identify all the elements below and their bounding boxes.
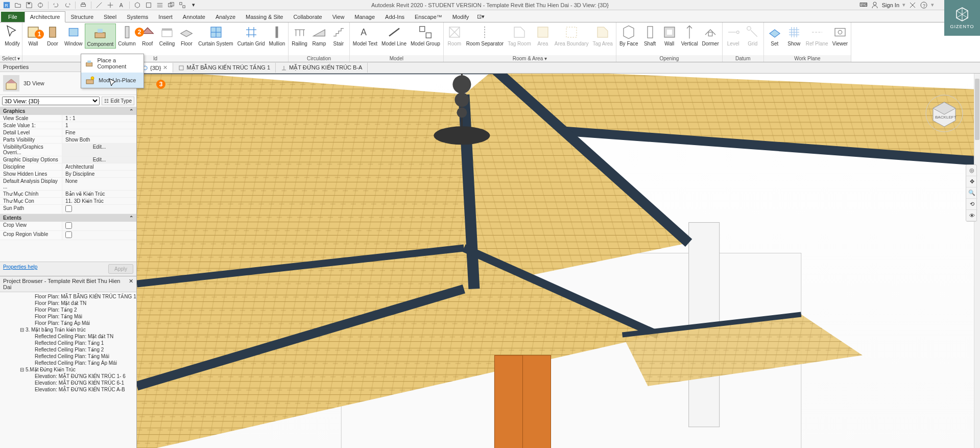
- tree-expand-icon[interactable]: ⊟: [19, 367, 25, 372]
- signin-link[interactable]: Sign In: [882, 2, 899, 8]
- properties-help-link[interactable]: Properties help: [3, 264, 37, 274]
- property-value[interactable]: Show Both: [62, 136, 136, 143]
- vertical-scrollbar[interactable]: [974, 74, 980, 448]
- tab-annotate[interactable]: Annotate: [178, 12, 210, 22]
- model-line-button[interactable]: Model Line: [379, 23, 409, 48]
- railing-button[interactable]: Railing: [290, 23, 309, 48]
- tab-architecture[interactable]: Architecture: [25, 11, 66, 22]
- open-icon[interactable]: [13, 1, 22, 10]
- property-row[interactable]: Show Hidden LinesBy Discipline: [0, 171, 136, 178]
- tree-item[interactable]: Reflected Ceiling Plan: Tầng 1: [0, 340, 136, 346]
- door-button[interactable]: Door: [43, 23, 62, 48]
- model-text-button[interactable]: AModel Text: [351, 23, 379, 48]
- set-button[interactable]: Set: [765, 23, 784, 48]
- vertical-button[interactable]: Vertical: [679, 23, 700, 48]
- modify-button[interactable]: Modify: [1, 23, 23, 48]
- edit-type-button[interactable]: ☷Edit Type: [102, 97, 134, 105]
- place-component-item[interactable]: Place a Component: [81, 54, 144, 73]
- tab-structure[interactable]: Structure: [65, 12, 99, 22]
- property-value[interactable]: [62, 205, 136, 214]
- dormer-button[interactable]: Dormer: [700, 23, 721, 48]
- property-value[interactable]: Edit...: [62, 144, 136, 156]
- thin-lines-icon[interactable]: [155, 1, 164, 10]
- qat-dropdown-icon[interactable]: ▾: [189, 1, 198, 10]
- graphics-group-header[interactable]: Graphics⌃: [0, 107, 136, 115]
- property-value[interactable]: Architectural: [62, 163, 136, 170]
- property-value[interactable]: None: [62, 178, 136, 190]
- tree-item[interactable]: Floor Plan: MẶT BẰNG KIẾN TRÚC TẦNG 1: [0, 293, 136, 300]
- model-in-place-item[interactable]: Model In-Place: [81, 73, 144, 88]
- tab-view[interactable]: View: [327, 12, 350, 22]
- property-row[interactable]: DisciplineArchitectural: [0, 163, 136, 171]
- room-separator-button[interactable]: Room Separator: [464, 23, 506, 48]
- full-nav-wheel-icon[interactable]: ◎: [966, 165, 977, 176]
- revit-logo-icon[interactable]: R: [2, 1, 11, 10]
- help-icon[interactable]: ?: [920, 1, 928, 9]
- shaft-button[interactable]: Shaft: [640, 23, 660, 48]
- tree-expand-icon[interactable]: ⊟: [19, 327, 25, 333]
- look-icon[interactable]: 👁: [966, 210, 977, 221]
- tree-item[interactable]: Floor Plan: Tầng 2: [0, 306, 136, 313]
- property-value[interactable]: By Discipline: [62, 171, 136, 177]
- align-icon[interactable]: [106, 1, 115, 10]
- column-button[interactable]: Column: [116, 23, 137, 48]
- property-value[interactable]: [62, 231, 136, 240]
- property-row[interactable]: Graphic Display OptionsEdit...: [0, 156, 136, 163]
- instance-selector[interactable]: 3D View: {3D}: [2, 97, 100, 105]
- property-row[interactable]: Visibility/Graphics Overri...Edit...: [0, 144, 136, 156]
- undo-icon[interactable]: [52, 1, 61, 10]
- tab-systems[interactable]: Systems: [122, 12, 153, 22]
- tree-item[interactable]: Elevation: MẶT ĐỨNG KIẾN TRÚC A-B: [0, 386, 136, 393]
- select-panel-label[interactable]: Select ▾: [0, 55, 22, 62]
- opening-wall-button[interactable]: Wall: [660, 23, 679, 48]
- window-button[interactable]: Window: [62, 23, 85, 48]
- redo-icon[interactable]: [63, 1, 72, 10]
- curtain-system-button[interactable]: Curtain System: [196, 23, 235, 48]
- file-tab[interactable]: File: [1, 12, 25, 22]
- project-browser-close-icon[interactable]: ✕: [129, 278, 133, 290]
- tree-item[interactable]: Reflected Ceiling Plan: Tầng Áp Mái: [0, 360, 136, 366]
- doc-tab-floorplan[interactable]: MẶT BẰNG KIẾN TRÚC TẦNG 1: [173, 63, 276, 73]
- tree-item[interactable]: Reflected Ceiling Plan: Mặt đất TN: [0, 333, 136, 340]
- floor-button[interactable]: Floor: [177, 23, 196, 48]
- save-icon[interactable]: [25, 1, 34, 10]
- ceiling-button[interactable]: Ceiling: [157, 23, 177, 48]
- property-value[interactable]: Edit...: [62, 156, 136, 163]
- viewer-button[interactable]: Viewer: [830, 23, 850, 48]
- stair-button[interactable]: Stair: [329, 23, 348, 48]
- property-row[interactable]: Crop View: [0, 222, 136, 231]
- tab-massing[interactable]: Massing & Site: [241, 12, 288, 22]
- section-icon[interactable]: [144, 1, 153, 10]
- property-row[interactable]: Crop Region Visible: [0, 231, 136, 240]
- project-browser-tree[interactable]: Floor Plan: MẶT BẰNG KIẾN TRÚC TẦNG 1Flo…: [0, 292, 136, 449]
- switch-window-icon[interactable]: [178, 1, 187, 10]
- tab-insert[interactable]: Insert: [153, 12, 178, 22]
- measure-icon[interactable]: [94, 1, 104, 10]
- property-row[interactable]: Thư Mục ChínhBản vẽ Kiến Trúc: [0, 191, 136, 198]
- room-panel-label[interactable]: Room & Area ▾: [444, 55, 616, 62]
- property-row[interactable]: Sun Path: [0, 205, 136, 214]
- zoom-icon[interactable]: 🔍: [966, 187, 977, 199]
- pan-icon[interactable]: ✥: [966, 176, 977, 187]
- by-face-button[interactable]: By Face: [617, 23, 640, 48]
- tab-manage[interactable]: Manage: [349, 12, 380, 22]
- property-row[interactable]: Parts VisibilityShow Both: [0, 136, 136, 144]
- tab-collaborate[interactable]: Collaborate: [288, 12, 327, 22]
- property-value[interactable]: 1: [62, 122, 136, 129]
- tab-extra-icon[interactable]: ⊡▾: [474, 11, 488, 22]
- tree-item[interactable]: Elevation: MẶT ĐỨNG KIẾN TRÚC 6-1: [0, 380, 136, 386]
- property-row[interactable]: Thư Mục Con11. 3D Kiến Trúc: [0, 198, 136, 205]
- property-value[interactable]: Fine: [62, 129, 136, 136]
- tree-group[interactable]: ⊟3. Mặt bằng Trần kiến trúc: [0, 326, 136, 333]
- property-value[interactable]: [62, 222, 136, 230]
- tree-item[interactable]: Floor Plan: Tầng Mái: [0, 313, 136, 320]
- property-row[interactable]: Default Analysis Display ...None: [0, 178, 136, 191]
- property-row[interactable]: Scale Value 1:1: [0, 122, 136, 129]
- 3d-canvas[interactable]: [137, 74, 980, 448]
- tab-modify[interactable]: Modify: [447, 12, 474, 22]
- component-button[interactable]: Component: [85, 23, 116, 49]
- view-cube[interactable]: BACK LEFT: [924, 93, 965, 134]
- exchange-icon[interactable]: [909, 1, 917, 9]
- show-button[interactable]: Show: [784, 23, 804, 48]
- tab-close-icon[interactable]: ✕: [163, 64, 168, 71]
